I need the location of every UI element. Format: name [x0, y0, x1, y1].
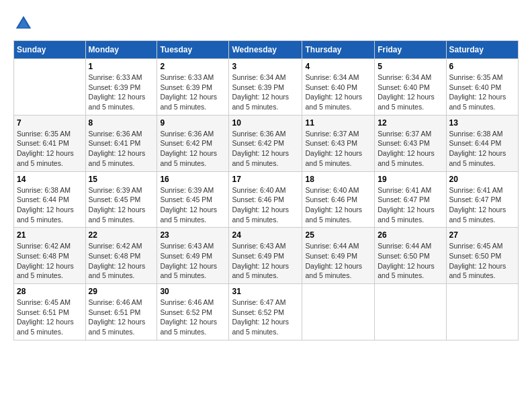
calendar-header-row: SundayMondayTuesdayWednesdayThursdayFrid… [14, 41, 519, 59]
day-info: Sunrise: 6:34 AM Sunset: 6:40 PM Dayligh… [378, 73, 443, 112]
day-info: Sunrise: 6:41 AM Sunset: 6:47 PM Dayligh… [378, 185, 443, 225]
header-thursday: Thursday [302, 41, 375, 59]
day-number: 18 [305, 175, 371, 184]
calendar-cell: 24Sunrise: 6:43 AM Sunset: 6:49 PM Dayli… [229, 228, 302, 284]
day-info: Sunrise: 6:39 AM Sunset: 6:45 PM Dayligh… [89, 185, 154, 225]
calendar-cell: 9Sunrise: 6:36 AM Sunset: 6:42 PM Daylig… [157, 115, 229, 171]
header-monday: Monday [85, 41, 157, 59]
calendar-cell: 5Sunrise: 6:34 AM Sunset: 6:40 PM Daylig… [375, 59, 446, 116]
day-number: 8 [89, 118, 154, 128]
day-info: Sunrise: 6:40 AM Sunset: 6:46 PM Dayligh… [305, 185, 371, 225]
day-info: Sunrise: 6:37 AM Sunset: 6:43 PM Dayligh… [305, 129, 371, 169]
day-info: Sunrise: 6:45 AM Sunset: 6:50 PM Dayligh… [449, 241, 515, 281]
day-info: Sunrise: 6:37 AM Sunset: 6:43 PM Dayligh… [378, 129, 443, 169]
day-info: Sunrise: 6:34 AM Sunset: 6:39 PM Dayligh… [232, 73, 299, 112]
day-info: Sunrise: 6:38 AM Sunset: 6:44 PM Dayligh… [449, 129, 515, 169]
day-number: 4 [305, 62, 371, 71]
logo [13, 13, 36, 34]
calendar-cell: 20Sunrise: 6:41 AM Sunset: 6:47 PM Dayli… [446, 171, 518, 228]
header-friday: Friday [375, 41, 446, 59]
page-header [13, 13, 519, 34]
calendar-cell: 8Sunrise: 6:36 AM Sunset: 6:41 PM Daylig… [85, 115, 157, 171]
day-info: Sunrise: 6:44 AM Sunset: 6:49 PM Dayligh… [305, 241, 371, 281]
day-info: Sunrise: 6:36 AM Sunset: 6:41 PM Dayligh… [89, 129, 154, 169]
day-info: Sunrise: 6:36 AM Sunset: 6:42 PM Dayligh… [232, 129, 299, 169]
day-info: Sunrise: 6:33 AM Sunset: 6:39 PM Dayligh… [160, 73, 226, 112]
calendar-cell: 19Sunrise: 6:41 AM Sunset: 6:47 PM Dayli… [375, 171, 446, 228]
calendar-cell: 6Sunrise: 6:35 AM Sunset: 6:40 PM Daylig… [446, 59, 518, 116]
day-info: Sunrise: 6:43 AM Sunset: 6:49 PM Dayligh… [160, 241, 226, 281]
calendar-cell: 31Sunrise: 6:47 AM Sunset: 6:52 PM Dayli… [229, 284, 302, 340]
calendar-week-row: 21Sunrise: 6:42 AM Sunset: 6:48 PM Dayli… [14, 228, 519, 284]
day-number: 1 [89, 62, 154, 71]
day-info: Sunrise: 6:38 AM Sunset: 6:44 PM Dayligh… [17, 185, 83, 225]
day-number: 31 [232, 287, 299, 296]
day-number: 27 [449, 230, 515, 240]
day-info: Sunrise: 6:46 AM Sunset: 6:51 PM Dayligh… [89, 298, 154, 337]
calendar-cell: 1Sunrise: 6:33 AM Sunset: 6:39 PM Daylig… [85, 59, 157, 116]
header-wednesday: Wednesday [229, 41, 302, 59]
day-info: Sunrise: 6:35 AM Sunset: 6:40 PM Dayligh… [449, 73, 515, 112]
calendar-cell [14, 59, 86, 116]
day-number: 9 [160, 118, 226, 128]
calendar-cell: 15Sunrise: 6:39 AM Sunset: 6:45 PM Dayli… [85, 171, 157, 228]
day-info: Sunrise: 6:43 AM Sunset: 6:49 PM Dayligh… [232, 241, 299, 281]
calendar-cell: 11Sunrise: 6:37 AM Sunset: 6:43 PM Dayli… [302, 115, 375, 171]
calendar-cell: 26Sunrise: 6:44 AM Sunset: 6:50 PM Dayli… [375, 228, 446, 284]
day-info: Sunrise: 6:47 AM Sunset: 6:52 PM Dayligh… [232, 298, 299, 337]
day-number: 30 [160, 287, 226, 296]
calendar-week-row: 1Sunrise: 6:33 AM Sunset: 6:39 PM Daylig… [14, 59, 519, 116]
calendar-cell: 4Sunrise: 6:34 AM Sunset: 6:40 PM Daylig… [302, 59, 375, 116]
day-number: 25 [305, 230, 371, 240]
calendar-week-row: 28Sunrise: 6:45 AM Sunset: 6:51 PM Dayli… [14, 284, 519, 340]
calendar-cell: 25Sunrise: 6:44 AM Sunset: 6:49 PM Dayli… [302, 228, 375, 284]
day-info: Sunrise: 6:40 AM Sunset: 6:46 PM Dayligh… [232, 185, 299, 225]
calendar-week-row: 7Sunrise: 6:35 AM Sunset: 6:41 PM Daylig… [14, 115, 519, 171]
day-number: 14 [17, 175, 83, 184]
day-number: 23 [160, 230, 226, 240]
calendar-cell: 14Sunrise: 6:38 AM Sunset: 6:44 PM Dayli… [14, 171, 86, 228]
header-sunday: Sunday [14, 41, 86, 59]
day-number: 10 [232, 118, 299, 128]
calendar-cell: 2Sunrise: 6:33 AM Sunset: 6:39 PM Daylig… [157, 59, 229, 116]
day-number: 15 [89, 175, 154, 184]
day-number: 29 [89, 287, 154, 296]
day-number: 12 [378, 118, 443, 128]
calendar-week-row: 14Sunrise: 6:38 AM Sunset: 6:44 PM Dayli… [14, 171, 519, 228]
day-number: 5 [378, 62, 443, 71]
day-info: Sunrise: 6:36 AM Sunset: 6:42 PM Dayligh… [160, 129, 226, 169]
day-info: Sunrise: 6:42 AM Sunset: 6:48 PM Dayligh… [17, 241, 83, 281]
day-number: 6 [449, 62, 515, 71]
day-number: 3 [232, 62, 299, 71]
calendar-cell: 21Sunrise: 6:42 AM Sunset: 6:48 PM Dayli… [14, 228, 86, 284]
header-tuesday: Tuesday [157, 41, 229, 59]
day-number: 16 [160, 175, 226, 184]
calendar-cell: 29Sunrise: 6:46 AM Sunset: 6:51 PM Dayli… [85, 284, 157, 340]
calendar-cell: 12Sunrise: 6:37 AM Sunset: 6:43 PM Dayli… [375, 115, 446, 171]
header-saturday: Saturday [446, 41, 518, 59]
day-info: Sunrise: 6:45 AM Sunset: 6:51 PM Dayligh… [17, 298, 83, 337]
calendar-cell: 22Sunrise: 6:42 AM Sunset: 6:48 PM Dayli… [85, 228, 157, 284]
day-number: 22 [89, 230, 154, 240]
calendar-cell: 18Sunrise: 6:40 AM Sunset: 6:46 PM Dayli… [302, 171, 375, 228]
day-number: 11 [305, 118, 371, 128]
day-number: 7 [17, 118, 83, 128]
day-number: 26 [378, 230, 443, 240]
calendar-cell: 16Sunrise: 6:39 AM Sunset: 6:45 PM Dayli… [157, 171, 229, 228]
day-info: Sunrise: 6:42 AM Sunset: 6:48 PM Dayligh… [89, 241, 154, 281]
day-info: Sunrise: 6:41 AM Sunset: 6:47 PM Dayligh… [449, 185, 515, 225]
calendar-cell: 10Sunrise: 6:36 AM Sunset: 6:42 PM Dayli… [229, 115, 302, 171]
calendar-cell: 13Sunrise: 6:38 AM Sunset: 6:44 PM Dayli… [446, 115, 518, 171]
day-number: 28 [17, 287, 83, 296]
day-number: 13 [449, 118, 515, 128]
day-number: 24 [232, 230, 299, 240]
calendar-cell: 7Sunrise: 6:35 AM Sunset: 6:41 PM Daylig… [14, 115, 86, 171]
calendar-cell: 27Sunrise: 6:45 AM Sunset: 6:50 PM Dayli… [446, 228, 518, 284]
day-info: Sunrise: 6:34 AM Sunset: 6:40 PM Dayligh… [305, 73, 371, 112]
calendar-cell: 23Sunrise: 6:43 AM Sunset: 6:49 PM Dayli… [157, 228, 229, 284]
day-number: 19 [378, 175, 443, 184]
day-number: 21 [17, 230, 83, 240]
calendar-table: SundayMondayTuesdayWednesdayThursdayFrid… [13, 40, 519, 340]
calendar-cell: 28Sunrise: 6:45 AM Sunset: 6:51 PM Dayli… [14, 284, 86, 340]
calendar-cell [446, 284, 518, 340]
